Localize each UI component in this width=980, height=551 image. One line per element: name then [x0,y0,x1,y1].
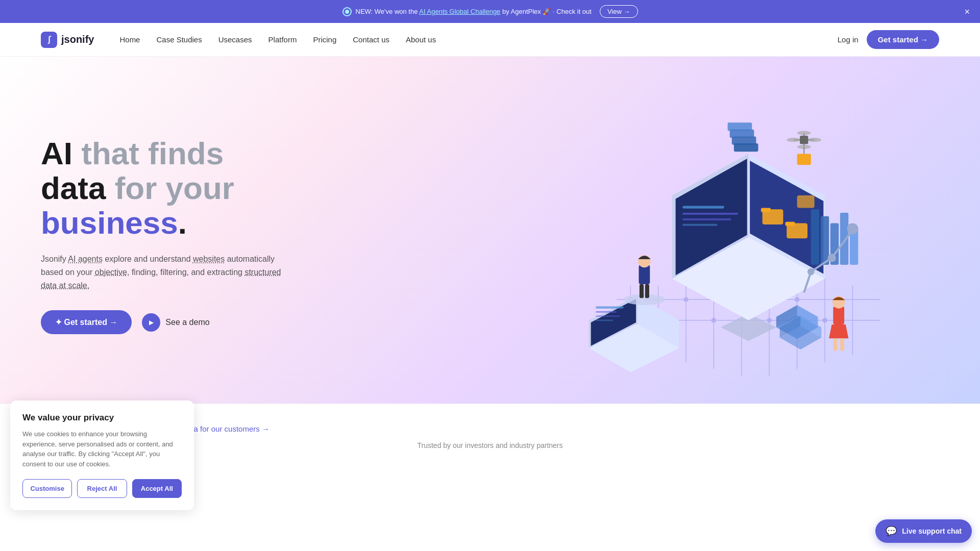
svg-rect-41 [596,319,613,321]
svg-point-59 [787,138,800,142]
hero-section: AI that finds data for your business. Js… [0,57,980,404]
nav-platform[interactable]: Platform [268,35,297,44]
announcement-view-button[interactable]: View → [600,5,638,18]
announcement-text: NEW: We've won the AI Agents Global Chal… [356,8,592,15]
hero-svg-illustration [392,57,980,404]
svg-point-66 [624,294,666,305]
svg-point-17 [795,297,799,302]
svg-point-56 [807,268,815,276]
announcement-link[interactable]: AI Agents Global Challenge [419,8,500,15]
hero-description: Jsonify AI agents explore and understand… [41,253,286,292]
hero-see-demo-button[interactable]: ▶ See a demo [142,313,209,332]
nav-case-studies[interactable]: Case Studies [156,35,202,44]
nav-get-started-button[interactable]: Get started → [867,30,939,49]
hero-buttons: ✦ Get started → ▶ See a demo [41,310,286,334]
svg-rect-38 [596,307,623,309]
svg-point-16 [767,318,771,322]
nav-home[interactable]: Home [119,35,140,44]
svg-point-61 [797,131,811,135]
svg-rect-40 [596,315,620,317]
svg-rect-75 [840,338,844,350]
svg-rect-64 [797,154,811,165]
svg-rect-67 [639,265,650,284]
hero-content: AI that finds data for your business. Js… [41,136,286,334]
cookie-text: We use cookies to enhance your browsing … [22,429,182,469]
svg-point-13 [684,297,688,302]
stats-link[interactable]: data for our customers → [183,424,270,433]
svg-rect-26 [682,218,731,220]
svg-point-18 [823,318,827,322]
svg-rect-45 [734,143,758,152]
svg-marker-73 [829,324,848,338]
logo[interactable]: ʃ jsonify [41,32,94,48]
hero-title: AI that finds data for your business. [41,136,286,241]
svg-point-14 [712,318,716,322]
svg-rect-27 [682,224,717,226]
svg-rect-46 [811,209,819,265]
cookie-title: We value your privacy [22,413,182,423]
cookie-banner: We value your privacy We use cookies to … [10,400,194,470]
svg-rect-70 [645,284,649,298]
hero-illustration [392,57,980,404]
play-icon: ▶ [142,313,160,332]
announcement-bar: NEW: We've won the AI Agents Global Chal… [0,0,980,23]
svg-rect-39 [596,311,617,313]
nav-about[interactable]: About us [406,35,436,44]
svg-rect-63 [800,136,808,144]
svg-rect-32 [785,222,795,226]
nav-contact[interactable]: Contact us [353,35,389,44]
nav-usecases[interactable]: Usecases [218,35,252,44]
navbar: ʃ jsonify Home Case Studies Usecases Pla… [0,23,980,57]
nav-actions: Log in Get started → [838,30,939,49]
svg-rect-74 [833,338,837,350]
svg-rect-33 [797,195,815,208]
nav-links: Home Case Studies Usecases Platform Pric… [119,35,837,44]
svg-point-55 [827,254,836,262]
logo-icon: ʃ [41,32,57,48]
svg-rect-30 [761,208,771,212]
nav-pricing[interactable]: Pricing [313,35,336,44]
svg-rect-69 [640,284,644,298]
svg-point-54 [847,223,859,234]
pulse-ring-icon [342,7,352,16]
announcement-close-button[interactable]: × [964,7,970,16]
hero-get-started-button[interactable]: ✦ Get started → [41,310,132,334]
logo-text: jsonify [61,34,94,45]
svg-rect-24 [682,206,724,208]
login-button[interactable]: Log in [838,35,859,44]
svg-rect-25 [682,213,738,215]
svg-point-60 [807,138,821,142]
svg-rect-71 [833,307,844,324]
